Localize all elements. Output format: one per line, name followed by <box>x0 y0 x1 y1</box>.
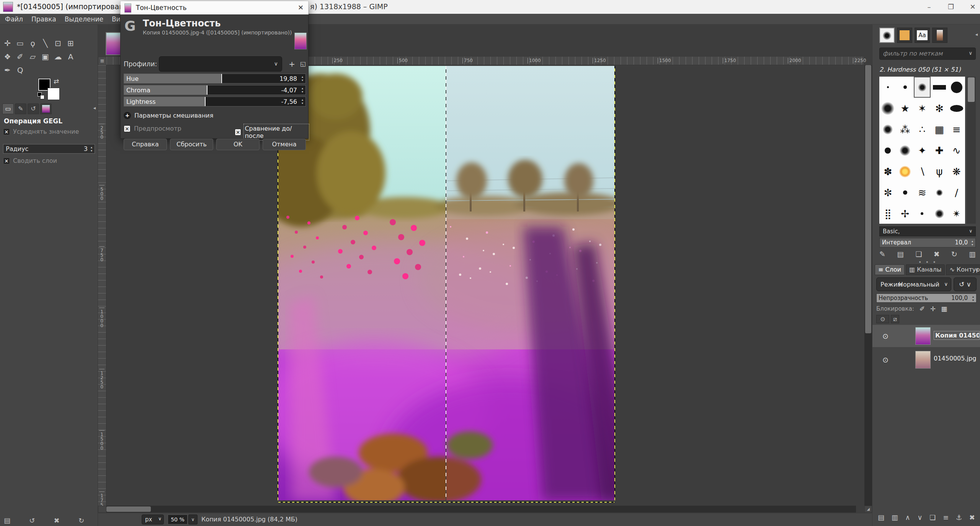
lightness-slider[interactable]: Lightness-7,56▴▾ <box>124 97 306 107</box>
minimize-button[interactable]: – <box>920 2 938 12</box>
edit-brush-icon[interactable]: ✎ <box>879 250 885 258</box>
spacing-spinner[interactable]: ▴▾ <box>970 239 975 247</box>
hue-slider[interactable]: Hue19,88▴▾ <box>124 74 306 84</box>
split-view-checkbox[interactable]: ✕ <box>235 129 241 136</box>
brush-cell[interactable]: ✚ <box>931 140 948 161</box>
hue-spinner[interactable]: ▴▾ <box>300 74 305 83</box>
brush-cell[interactable] <box>897 140 914 161</box>
brush-cell[interactable]: ★ <box>897 98 914 119</box>
brush-cell[interactable]: ψ <box>931 161 948 182</box>
lock-alpha-icon[interactable]: ▦ <box>941 305 947 313</box>
zoom-input[interactable]: 50 % <box>168 515 188 524</box>
brush-cell[interactable]: ∕ <box>948 182 965 203</box>
brush-cell[interactable] <box>879 77 897 98</box>
refresh-brushes-icon[interactable]: ↻ <box>951 250 957 258</box>
brush-cell[interactable]: ✶ <box>914 98 931 119</box>
brush-cell[interactable] <box>931 77 948 98</box>
new-group-icon[interactable]: ▥ <box>892 513 898 521</box>
brush-cell[interactable]: ✢ <box>897 203 914 224</box>
unified-transform-tool-icon[interactable]: ⊡ <box>54 38 62 48</box>
tab-brushes[interactable] <box>879 28 895 43</box>
tab-device-status[interactable]: ✎ <box>15 103 26 114</box>
brush-cell[interactable] <box>897 77 914 98</box>
brush-cell[interactable]: ∖ <box>914 161 931 182</box>
brush-cell[interactable]: ✻ <box>931 98 948 119</box>
visibility-header-icon[interactable]: ⊙ <box>876 315 889 323</box>
tab-gradients[interactable] <box>932 28 947 43</box>
reset-button[interactable]: Сбросить <box>170 139 213 150</box>
layer-name[interactable]: 01450005.jpg <box>934 355 976 362</box>
brush-filter-input[interactable]: фильтр по меткам ∨ <box>879 48 976 60</box>
unit-select[interactable]: px ∨ <box>142 515 164 524</box>
swap-colors-icon[interactable]: ⇄ <box>54 77 59 85</box>
text-tool-icon[interactable]: A <box>66 52 75 62</box>
dialog-close-icon[interactable]: ✕ <box>298 3 304 11</box>
chroma-spinner[interactable]: ▴▾ <box>300 86 305 94</box>
duplicate-brush-icon[interactable]: ❏ <box>915 250 922 258</box>
duplicate-layer-icon[interactable]: ❏ <box>929 513 936 521</box>
tab-patterns[interactable] <box>897 28 912 43</box>
default-colors-icon[interactable] <box>38 92 44 99</box>
menu-item-Выделение[interactable]: Выделение <box>60 14 108 24</box>
chroma-slider[interactable]: Chroma-4,07▴▾ <box>124 85 306 95</box>
brush-cell[interactable] <box>879 140 897 161</box>
background-color-swatch[interactable] <box>47 88 60 100</box>
add-profile-icon[interactable]: + <box>289 59 295 69</box>
menu-item-Файл[interactable]: Файл <box>1 14 27 24</box>
brush-cell[interactable]: ∴ <box>914 119 931 140</box>
average-checkbox[interactable]: ✕ <box>3 128 10 135</box>
brush-cell[interactable] <box>931 203 948 224</box>
opacity-slider[interactable]: Непрозрачность 100,0 ▴▾ <box>876 293 977 303</box>
lower-layer-icon[interactable]: ∨ <box>917 513 922 521</box>
layer-mode-select[interactable]: Режим Нормальный ∨ <box>876 277 951 291</box>
brush-cell[interactable] <box>879 98 897 119</box>
save-profile-icon[interactable]: ◱ <box>300 60 306 67</box>
horizontal-scrollbar[interactable] <box>106 506 856 513</box>
brush-cell[interactable]: ✴ <box>948 203 965 224</box>
profiles-select[interactable]: ∨ <box>159 56 282 72</box>
color-picker-tool-icon[interactable]: ✒ <box>3 65 12 75</box>
zoom-tool-icon[interactable]: Q <box>16 65 24 75</box>
mode-reset-button[interactable]: ↺ ∨ <box>954 277 977 291</box>
rectangle-select-tool-icon[interactable]: ▭ <box>16 38 24 48</box>
layer-name[interactable]: Копия 01450005 <box>934 331 980 340</box>
brush-cell[interactable]: ≡ <box>948 119 965 140</box>
brush-cell[interactable] <box>897 161 914 182</box>
brush-cell[interactable]: ∿ <box>948 140 965 161</box>
link-header-icon[interactable]: ⧄ <box>891 315 899 323</box>
panel-collapse-icon[interactable]: ◂ <box>975 267 978 272</box>
brush-cell[interactable] <box>897 182 914 203</box>
brush-spacing-slider[interactable]: Интервал 10,0 ▴▾ <box>879 238 976 247</box>
opacity-spinner[interactable]: ▴▾ <box>971 294 975 303</box>
free-select-tool-icon[interactable]: ϙ <box>28 38 37 48</box>
ruler-corner[interactable]: ▦ <box>98 57 106 65</box>
open-brush-icon[interactable]: ▥ <box>969 250 976 258</box>
vertical-ruler[interactable]: 2505007501000125015001750 <box>98 65 106 506</box>
eye-icon[interactable]: ⊙ <box>882 332 889 340</box>
lock-paint-icon[interactable]: ✐ <box>920 305 925 313</box>
lightness-spinner[interactable]: ▴▾ <box>300 97 305 106</box>
menu-item-Правка[interactable]: Правка <box>27 14 60 24</box>
brush-cell[interactable] <box>948 98 965 119</box>
flatten-checkbox-row[interactable]: ✕ Сводить слои <box>3 157 57 164</box>
zoom-select-icon[interactable]: ∨ <box>188 515 198 524</box>
move-tool-icon[interactable]: ✛ <box>3 38 12 48</box>
smudge-tool-icon[interactable]: ☁ <box>54 52 62 62</box>
merge-layer-icon[interactable]: ≡ <box>943 513 949 521</box>
brush-grid[interactable]: ★✶✻⁂∴▦≡✦✚∿✽∖ψ❋✼≋∕⣿✢✴ <box>879 77 965 224</box>
close-button[interactable]: ✕ <box>964 2 980 12</box>
brush-cell[interactable] <box>931 182 948 203</box>
ok-button[interactable]: OK <box>216 139 260 150</box>
preview-checkbox-row[interactable]: ✕ Предпросмотр <box>124 125 181 132</box>
radius-slider[interactable]: Радиус 3 ▴▾ <box>3 144 95 154</box>
brush-cell[interactable] <box>948 77 965 98</box>
eraser-tool-icon[interactable]: ▱ <box>28 52 37 62</box>
new-layer-icon[interactable]: ▤ <box>878 513 884 521</box>
photo-image[interactable] <box>278 66 614 500</box>
layer-row[interactable]: ⊙01450005.jpg <box>872 349 980 371</box>
brush-cell[interactable]: ✼ <box>879 182 897 203</box>
maximize-button[interactable]: ❐ <box>942 2 960 12</box>
cancel-button[interactable]: Отмена <box>263 139 306 150</box>
new-brush-icon[interactable]: ▤ <box>897 250 904 258</box>
split-preview-divider[interactable] <box>446 66 446 500</box>
